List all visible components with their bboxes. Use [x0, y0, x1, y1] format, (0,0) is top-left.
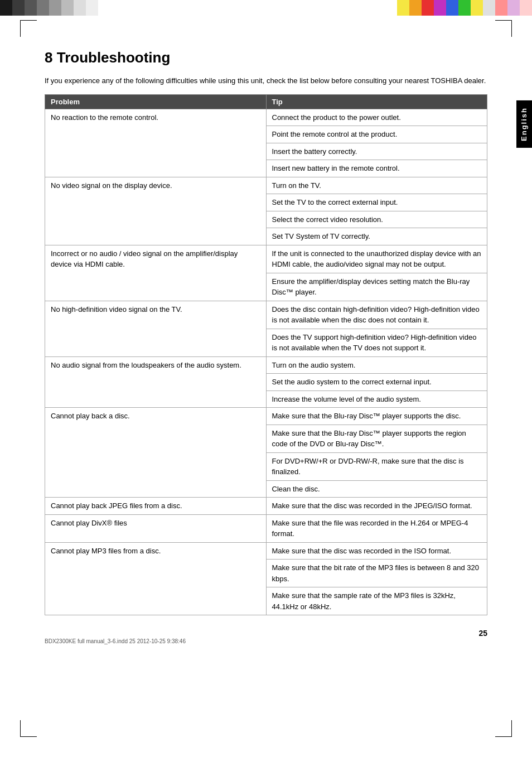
tip-cell: Insert the battery correctly. [266, 143, 487, 160]
tip-cell: If the unit is connected to the unauthor… [266, 245, 487, 273]
table-row: No high-definition video signal on the T… [45, 301, 487, 329]
tip-cell: Make sure that the bit rate of the MP3 f… [266, 560, 487, 587]
tip-cell: Point the remote control at the product. [266, 126, 487, 143]
table-row: Cannot play back a disc.Make sure that t… [45, 408, 487, 425]
table-row: Cannot play back JPEG files from a disc.… [45, 498, 487, 515]
problem-cell: No reaction to the remote control. [45, 109, 267, 177]
problem-cell: Cannot play MP3 files from a disc. [45, 542, 267, 615]
page-number: 25 [478, 629, 487, 638]
tip-cell: Set the audio system to the correct exte… [266, 374, 487, 391]
tip-cell: Turn on the audio system. [266, 356, 487, 374]
tip-cell: Does the TV support high-definition vide… [266, 329, 487, 356]
table-row: No reaction to the remote control.Connec… [45, 109, 487, 126]
tip-cell: Ensure the amplifier/display devices set… [266, 273, 487, 301]
corner-mark-bl [20, 720, 37, 737]
problem-cell: No high-definition video signal on the T… [45, 301, 267, 356]
tip-cell: Select the correct video resolution. [266, 211, 487, 228]
problem-cell: No audio signal from the loudspeakers of… [45, 356, 267, 408]
problem-cell: Cannot play DivX® files [45, 514, 267, 542]
problem-cell: Incorrect or no audio / video signal on … [45, 245, 267, 301]
table-row: Cannot play DivX® filesMake sure that th… [45, 514, 487, 542]
tip-cell: Make sure that the file was recorded in … [266, 514, 487, 542]
table-header-tip: Tip [266, 94, 487, 109]
top-color-bar [0, 0, 532, 16]
table-row: No audio signal from the loudspeakers of… [45, 356, 487, 374]
troubleshooting-table: Problem Tip No reaction to the remote co… [45, 94, 487, 616]
tip-cell: Make sure that the disc was recorded in … [266, 498, 487, 515]
tip-cell: For DVD+RW/+R or DVD-RW/-R, make sure th… [266, 452, 487, 480]
corner-mark-br [495, 720, 512, 737]
page-title: 8 Troubleshooting [45, 49, 487, 66]
problem-cell: Cannot play back JPEG files from a disc. [45, 498, 267, 515]
main-content: 8 Troubleshooting If you experience any … [0, 16, 532, 660]
tip-cell: Make sure that the Blu-ray Disc™ player … [266, 425, 487, 452]
tip-cell: Insert new battery in the remote control… [266, 160, 487, 177]
problem-cell: No video signal on the display device. [45, 177, 267, 245]
tip-cell: Set TV System of TV correctly. [266, 228, 487, 245]
intro-paragraph: If you experience any of the following d… [45, 75, 487, 86]
footer-text: BDX2300KE full manual_3-6.indd 25 2012-1… [45, 638, 186, 644]
table-row: Incorrect or no audio / video signal on … [45, 245, 487, 273]
problem-cell: Cannot play back a disc. [45, 408, 267, 498]
tip-cell: Increase the volume level of the audio s… [266, 390, 487, 408]
tip-cell: Make sure that the disc was recorded in … [266, 542, 487, 560]
tip-cell: Make sure that the Blu-ray Disc™ player … [266, 408, 487, 425]
tip-cell: Does the disc contain high-definition vi… [266, 301, 487, 329]
table-row: No video signal on the display device.Tu… [45, 177, 487, 194]
tip-cell: Connect the product to the power outlet. [266, 109, 487, 126]
tip-cell: Clean the disc. [266, 480, 487, 498]
tip-cell: Set the TV to the correct external input… [266, 194, 487, 211]
tip-cell: Turn on the TV. [266, 177, 487, 194]
tip-cell: Make sure that the sample rate of the MP… [266, 587, 487, 615]
table-row: Cannot play MP3 files from a disc.Make s… [45, 542, 487, 560]
table-header-problem: Problem [45, 94, 267, 109]
